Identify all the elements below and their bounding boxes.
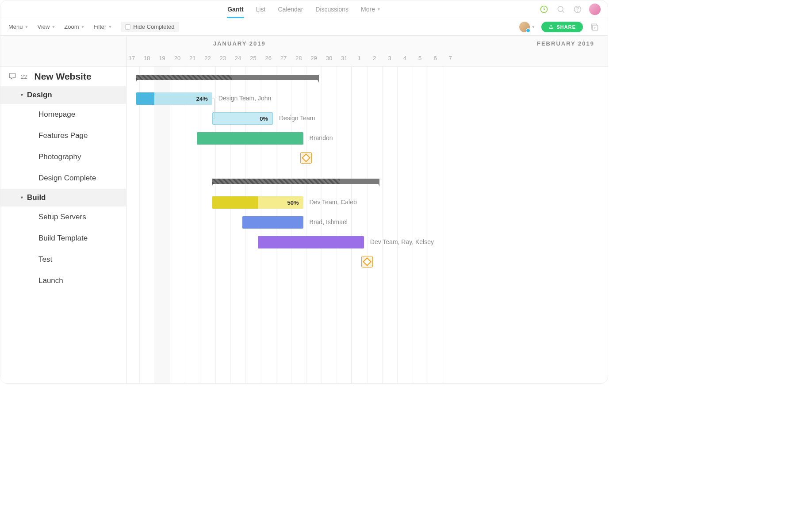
task-homepage[interactable]: Homepage: [0, 104, 126, 125]
svg-point-1: [558, 6, 563, 11]
summary-bar[interactable]: [212, 179, 379, 184]
gantt-toolbar: Menu▼ View▼ Zoom▼ Filter▼ Hide Completed…: [0, 18, 608, 36]
assignee-label: Design Team, John: [218, 95, 272, 102]
toolbar-left: Menu▼ View▼ Zoom▼ Filter▼ Hide Completed: [8, 22, 179, 32]
chevron-down-icon: ▼: [51, 25, 55, 29]
tab-label: Calendar: [278, 6, 303, 13]
day-label: 4: [403, 55, 406, 61]
hide-completed-label: Hide Completed: [133, 23, 174, 30]
collapse-icon: ▼: [20, 195, 24, 200]
timeline-header: JANUARY 2019FEBRUARY 2019 17181920212223…: [126, 36, 608, 67]
task-setup-servers[interactable]: Setup Servers: [0, 206, 126, 228]
assignee-label: Dev Team, Caleb: [310, 199, 357, 206]
task-build-template[interactable]: Build Template: [0, 228, 126, 249]
today-column: [154, 67, 169, 383]
hide-completed-toggle[interactable]: Hide Completed: [121, 22, 179, 32]
tab-label: Discussions: [315, 6, 349, 13]
chevron-down-icon: ▼: [81, 25, 85, 29]
assignee-label: Brandon: [310, 134, 333, 141]
month-label: FEBRUARY 2019: [537, 40, 594, 47]
activity-icon[interactable]: [539, 4, 549, 15]
task-bar[interactable]: [197, 132, 303, 145]
gantt-body[interactable]: 24%Design Team, John0%Design TeamBrandon…: [126, 67, 608, 383]
task-bar[interactable]: 50%: [212, 196, 303, 209]
tab-label: Gantt: [227, 6, 244, 13]
day-label: 18: [144, 55, 150, 61]
avatar-icon: [519, 22, 530, 32]
day-label: 1: [358, 55, 361, 61]
task-label: Launch: [38, 276, 63, 285]
tab-list[interactable]: List: [256, 0, 266, 18]
day-label: 7: [449, 55, 452, 61]
task-test[interactable]: Test: [0, 249, 126, 270]
main-split: 22 New Website ▼ Design Homepage Feature…: [0, 36, 608, 383]
day-label: 5: [418, 55, 421, 61]
day-label: 27: [280, 55, 287, 61]
chevron-down-icon: ▼: [25, 25, 29, 29]
assignee-filter[interactable]: ▼: [519, 22, 536, 32]
view-dropdown[interactable]: View▼: [37, 23, 55, 30]
dependency-line: [212, 99, 215, 118]
day-label: 19: [159, 55, 165, 61]
search-icon[interactable]: [555, 4, 566, 15]
sidebar-header-pad: [0, 36, 126, 67]
assignee-label: Dev Team, Ray, Kelsey: [370, 238, 434, 245]
task-label: Test: [38, 255, 52, 264]
help-icon[interactable]: [572, 4, 583, 15]
task-photography[interactable]: Photography: [0, 146, 126, 168]
toolbar-label: Filter: [93, 23, 106, 30]
day-label: 31: [341, 55, 347, 61]
menu-dropdown[interactable]: Menu▼: [8, 23, 28, 30]
project-title: New Website: [34, 71, 91, 82]
task-label: Features Page: [38, 131, 88, 140]
day-label: 6: [433, 55, 437, 61]
day-label: 25: [250, 55, 256, 61]
task-label: Setup Servers: [38, 213, 86, 221]
toolbar-right: ▼ SHARE: [519, 22, 600, 32]
task-features-page[interactable]: Features Page: [0, 125, 126, 146]
user-avatar[interactable]: [589, 4, 601, 15]
project-header[interactable]: 22 New Website: [0, 67, 126, 86]
milestone-marker[interactable]: [361, 256, 373, 267]
task-launch[interactable]: Launch: [0, 270, 126, 291]
summary-bar[interactable]: [136, 75, 318, 80]
task-sidebar: 22 New Website ▼ Design Homepage Feature…: [0, 36, 126, 383]
tab-more[interactable]: More▼: [361, 0, 381, 18]
chevron-down-icon: ▼: [377, 7, 381, 11]
group-label: Design: [27, 91, 52, 99]
group-build[interactable]: ▼ Build: [0, 189, 126, 206]
day-label: 24: [235, 55, 241, 61]
task-bar[interactable]: [258, 236, 364, 248]
toolbar-label: Menu: [8, 23, 23, 30]
chevron-down-icon: ▼: [108, 25, 112, 29]
progress-percent: 24%: [196, 96, 208, 102]
group-design[interactable]: ▼ Design: [0, 86, 126, 104]
task-bar[interactable]: 0%: [212, 112, 273, 125]
task-design-complete[interactable]: Design Complete: [0, 168, 126, 189]
task-bar[interactable]: [242, 216, 303, 229]
day-label: 30: [326, 55, 332, 61]
tab-calendar[interactable]: Calendar: [278, 0, 303, 18]
group-label: Build: [27, 193, 46, 202]
day-label: 2: [373, 55, 376, 61]
collapse-icon: ▼: [20, 93, 24, 97]
day-label: 22: [204, 55, 211, 61]
tab-discussions[interactable]: Discussions: [315, 0, 349, 18]
task-label: Design Complete: [38, 174, 96, 182]
progress-percent: 50%: [287, 199, 299, 206]
day-label: 21: [189, 55, 195, 61]
milestone-marker[interactable]: [300, 152, 312, 164]
task-bar[interactable]: 24%: [136, 92, 212, 105]
day-label: 3: [388, 55, 391, 61]
comment-count: 22: [21, 73, 27, 80]
filter-dropdown[interactable]: Filter▼: [93, 23, 112, 30]
view-tabs: Gantt List Calendar Discussions More▼: [227, 0, 381, 18]
share-button[interactable]: SHARE: [541, 22, 583, 32]
assignee-label: Design Team: [279, 115, 315, 122]
tab-label: More: [361, 6, 375, 13]
day-label: 17: [129, 55, 135, 61]
presentation-icon[interactable]: [589, 22, 600, 32]
day-label: 20: [174, 55, 180, 61]
zoom-dropdown[interactable]: Zoom▼: [64, 23, 84, 30]
tab-gantt[interactable]: Gantt: [227, 0, 244, 18]
